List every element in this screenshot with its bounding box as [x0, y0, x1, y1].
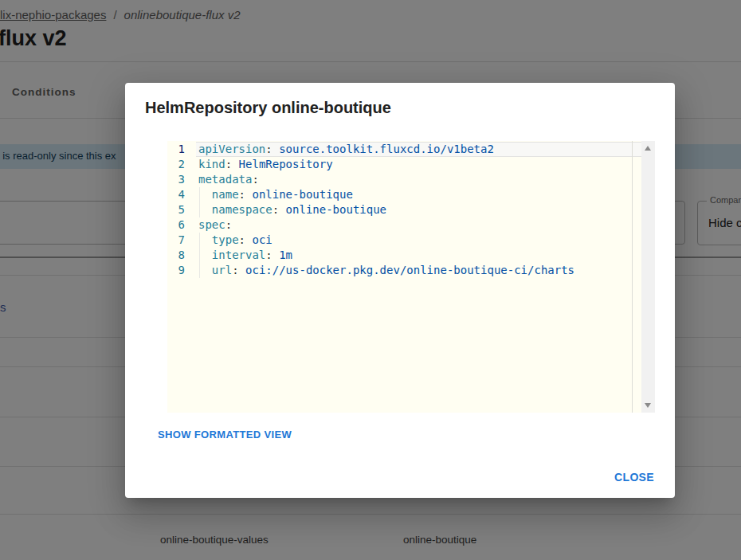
code-text: interval: 1m — [198, 248, 292, 263]
code-line: 3metadata: — [167, 172, 655, 187]
editor-ruler-line — [632, 141, 633, 413]
line-number: 4 — [167, 187, 185, 202]
code-line: 1apiVersion: source.toolkit.fluxcd.io/v1… — [167, 142, 655, 157]
helm-repository-dialog: HelmRepository online-boutique 9 url: oc… — [125, 83, 675, 498]
code-text: type: oci — [198, 233, 272, 248]
code-text: metadata: — [198, 172, 259, 187]
code-text: apiVersion: source.toolkit.fluxcd.io/v1b… — [198, 142, 494, 157]
line-number: 9 — [167, 263, 185, 278]
code-line: 2kind: HelmRepository — [167, 157, 655, 172]
code-text: spec: — [198, 217, 232, 233]
code-text: url: oci://us-docker.pkg.dev/online-bout… — [198, 263, 574, 278]
scroll-up-icon[interactable] — [645, 146, 651, 151]
code-text: name: online-boutique — [198, 187, 353, 202]
close-button[interactable]: CLOSE — [614, 471, 654, 484]
line-number: 5 — [167, 202, 185, 217]
code-line: 6spec: — [167, 217, 655, 233]
code-line: 7 type: oci — [167, 233, 655, 248]
scroll-down-icon[interactable] — [645, 403, 651, 408]
yaml-code-editor[interactable]: 9 url: oci://us-docker.pkg.dev/online-bo… — [167, 141, 655, 413]
screen: lix-nephio-packages/onlineboutique-flux … — [0, 0, 741, 560]
line-number: 7 — [167, 233, 185, 248]
code-text: namespace: online-boutique — [198, 202, 386, 217]
code-text: kind: HelmRepository — [198, 157, 333, 172]
line-number: 1 — [167, 142, 185, 157]
show-formatted-view-button[interactable]: SHOW FORMATTED VIEW — [158, 429, 292, 441]
line-number: 8 — [167, 248, 185, 263]
code-line: 8 interval: 1m — [167, 248, 655, 263]
dialog-title: HelmRepository online-boutique — [145, 99, 391, 117]
editor-scrollbar[interactable] — [641, 141, 655, 413]
code-line: 5 namespace: online-boutique — [167, 202, 655, 217]
code-line: 4 name: online-boutique — [167, 187, 655, 202]
line-number: 2 — [167, 157, 185, 172]
line-number: 3 — [167, 172, 185, 187]
line-number: 6 — [167, 217, 185, 233]
code-line: 9 url: oci://us-docker.pkg.dev/online-bo… — [167, 263, 655, 278]
